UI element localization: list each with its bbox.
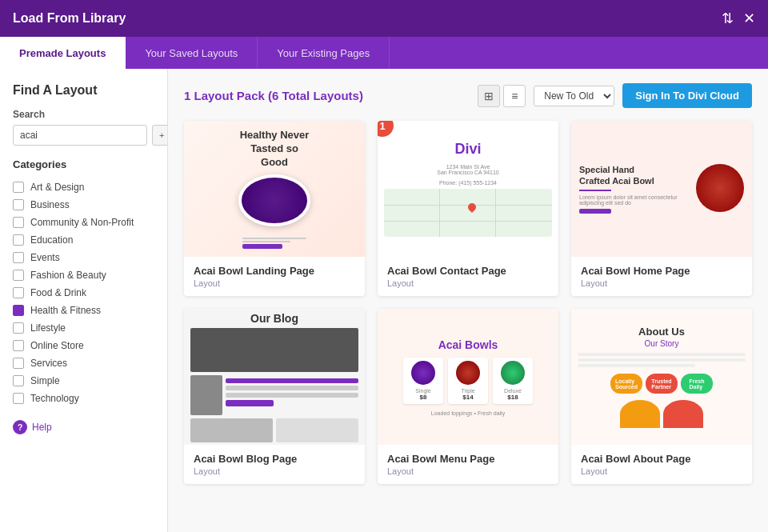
category-item-simple[interactable]: Simple bbox=[13, 372, 154, 390]
help-icon: ? bbox=[13, 420, 27, 434]
category-checkbox-art[interactable] bbox=[13, 182, 24, 193]
category-checkbox-health[interactable] bbox=[13, 305, 24, 316]
categories-title: Categories bbox=[13, 158, 154, 170]
sign-in-button[interactable]: Sign In To Divi Cloud bbox=[622, 83, 752, 108]
category-label-fashion: Fashion & Beauty bbox=[30, 270, 106, 281]
category-item-community[interactable]: Community & Non-Profit bbox=[13, 214, 154, 231]
layout-card-5[interactable]: Acai Bowls Single $8 Triple $14 bbox=[378, 309, 558, 484]
category-checkbox-lifestyle[interactable] bbox=[13, 322, 24, 334]
layout-grid: Healthy NeverTasted soGood Acai Bowl Lan… bbox=[184, 121, 752, 484]
category-checkbox-education[interactable] bbox=[13, 234, 24, 246]
category-item-business[interactable]: Business bbox=[13, 196, 154, 214]
sidebar-title: Find A Layout bbox=[13, 83, 154, 98]
category-label-art: Art & Design bbox=[30, 182, 84, 193]
category-label-online_store: Online Store bbox=[30, 340, 84, 351]
help-row[interactable]: ? Help bbox=[13, 420, 154, 434]
category-checkbox-services[interactable] bbox=[13, 358, 24, 369]
layout-card-1[interactable]: Healthy NeverTasted soGood Acai Bowl Lan… bbox=[184, 121, 365, 296]
card-info-1: Acai Bowl Landing Page Layout bbox=[184, 257, 365, 296]
category-item-food[interactable]: Food & Drink bbox=[13, 284, 154, 302]
card-info-2: Acai Bowl Contact Page Layout bbox=[378, 257, 558, 296]
help-label: Help bbox=[32, 422, 52, 433]
category-label-food: Food & Drink bbox=[30, 287, 86, 298]
card-info-3: Acai Bowl Home Page Layout bbox=[571, 257, 752, 296]
search-label: Search bbox=[13, 109, 154, 120]
nav-tabs: Premade Layouts Your Saved Layouts Your … bbox=[0, 37, 768, 69]
category-label-education: Education bbox=[30, 234, 73, 246]
category-item-services[interactable]: Services bbox=[13, 354, 154, 372]
card-info-6: Acai Bowl About Page Layout bbox=[571, 445, 752, 484]
header-actions: ⇅ ✕ bbox=[722, 10, 755, 27]
card-thumb-5: Acai Bowls Single $8 Triple $14 bbox=[378, 309, 558, 445]
layout-card-4[interactable]: Our Blog bbox=[184, 309, 365, 484]
category-item-online_store[interactable]: Online Store bbox=[13, 337, 154, 354]
category-item-lifestyle[interactable]: Lifestyle bbox=[13, 319, 154, 337]
card-thumb-2: Divi 1234 Main St AveSan Francisco CA 94… bbox=[378, 121, 558, 257]
categories-list: Art & DesignBusinessCommunity & Non-Prof… bbox=[13, 178, 154, 407]
card-thumb-6: About Us Our Story LocallySourced Truste… bbox=[571, 309, 752, 445]
filter-button[interactable]: + Filter bbox=[152, 125, 168, 146]
card-info-4: Acai Bowl Blog Page Layout bbox=[184, 445, 365, 484]
sidebar: Find A Layout Search + Filter Categories… bbox=[0, 69, 168, 532]
category-item-health[interactable]: Health & Fitness bbox=[13, 302, 154, 319]
layout-count: 1 Layout Pack (6 Total Layouts) bbox=[184, 89, 363, 102]
card-thumb-3: Special HandCrafted Acai Bowl Lorem ipsu… bbox=[571, 121, 752, 257]
sort-select[interactable]: New To Old Old To New A to Z Z to A bbox=[534, 86, 614, 106]
content-area: 1 Layout Pack (6 Total Layouts) ⊞ ≡ New … bbox=[168, 69, 768, 532]
tab-existing[interactable]: Your Existing Pages bbox=[258, 37, 390, 69]
search-row: + Filter bbox=[13, 125, 154, 146]
card-thumb-4: Our Blog bbox=[184, 309, 365, 445]
modal-header: Load From Library ⇅ ✕ bbox=[0, 0, 768, 37]
category-item-events[interactable]: Events bbox=[13, 249, 154, 266]
view-icons: ⊞ ≡ bbox=[478, 85, 526, 107]
category-item-education[interactable]: Education bbox=[13, 231, 154, 249]
close-icon[interactable]: ✕ bbox=[743, 10, 755, 27]
category-checkbox-community[interactable] bbox=[13, 217, 24, 228]
modal-title: Load From Library bbox=[13, 11, 126, 26]
list-view-button[interactable]: ≡ bbox=[503, 85, 526, 107]
category-label-business: Business bbox=[30, 199, 70, 210]
category-label-community: Community & Non-Profit bbox=[30, 217, 134, 228]
category-label-technology: Technology bbox=[30, 393, 79, 404]
category-checkbox-food[interactable] bbox=[13, 287, 24, 298]
category-checkbox-events[interactable] bbox=[13, 252, 24, 263]
category-checkbox-business[interactable] bbox=[13, 199, 24, 210]
card-thumb-1: Healthy NeverTasted soGood bbox=[184, 121, 365, 257]
card-wrapper-2: 1 Divi 1234 Main St AveSan Francisco CA … bbox=[378, 121, 558, 257]
layout-card-2[interactable]: 1 Divi 1234 Main St AveSan Francisco CA … bbox=[378, 121, 558, 296]
category-checkbox-online_store[interactable] bbox=[13, 340, 24, 351]
card-info-5: Acai Bowl Menu Page Layout bbox=[378, 445, 558, 484]
main-container: Find A Layout Search + Filter Categories… bbox=[0, 69, 768, 532]
search-input[interactable] bbox=[13, 125, 147, 146]
grid-view-button[interactable]: ⊞ bbox=[478, 85, 500, 107]
category-item-fashion[interactable]: Fashion & Beauty bbox=[13, 266, 154, 284]
category-checkbox-simple[interactable] bbox=[13, 375, 24, 386]
category-checkbox-technology[interactable] bbox=[13, 393, 24, 404]
category-label-simple: Simple bbox=[30, 375, 60, 386]
category-label-lifestyle: Lifestyle bbox=[30, 322, 66, 334]
category-item-technology[interactable]: Technology bbox=[13, 390, 154, 407]
layout-card-3[interactable]: Special HandCrafted Acai Bowl Lorem ipsu… bbox=[571, 121, 752, 296]
category-checkbox-fashion[interactable] bbox=[13, 270, 24, 281]
category-item-art[interactable]: Art & Design bbox=[13, 178, 154, 196]
category-label-health: Health & Fitness bbox=[30, 305, 101, 316]
content-header: 1 Layout Pack (6 Total Layouts) ⊞ ≡ New … bbox=[184, 83, 752, 108]
sort-icon[interactable]: ⇅ bbox=[722, 10, 734, 27]
header-controls: ⊞ ≡ New To Old Old To New A to Z Z to A … bbox=[478, 83, 752, 108]
category-label-services: Services bbox=[30, 358, 67, 369]
tab-saved[interactable]: Your Saved Layouts bbox=[126, 37, 258, 69]
tab-premade[interactable]: Premade Layouts bbox=[0, 37, 126, 69]
category-label-events: Events bbox=[30, 252, 60, 263]
layout-card-6[interactable]: About Us Our Story LocallySourced Truste… bbox=[571, 309, 752, 484]
